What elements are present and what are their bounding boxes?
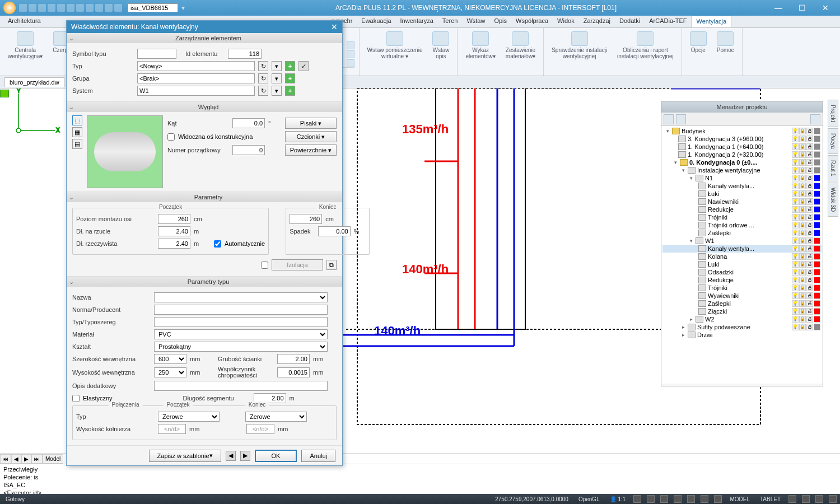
tab-inwentaryza[interactable]: Inwentaryza bbox=[396, 16, 438, 27]
izolacja-button[interactable]: Izolacja bbox=[272, 259, 323, 270]
zestawienie-button[interactable]: Zestawienie materiałów▾ bbox=[502, 30, 539, 60]
dropdown-icon[interactable]: ▾ bbox=[272, 61, 282, 71]
material-select[interactable]: PVC bbox=[154, 329, 328, 339]
typ-input[interactable] bbox=[137, 61, 255, 71]
collapse-icon[interactable]: ⌄ bbox=[69, 35, 77, 42]
tab-teren[interactable]: Teren bbox=[438, 16, 463, 27]
pm-tool-icon[interactable] bbox=[664, 114, 674, 124]
status-icon[interactable] bbox=[633, 495, 641, 503]
tree-item[interactable]: Zaślepki💡🔒🖨 bbox=[662, 229, 822, 237]
opis-input[interactable] bbox=[154, 381, 328, 391]
tab-ewakuacja[interactable]: Ewakuacja bbox=[357, 16, 395, 27]
add-button[interactable]: + bbox=[285, 73, 295, 83]
panel-title[interactable]: Menadżer projektu bbox=[661, 101, 823, 113]
status-tablet[interactable]: TABLET bbox=[758, 496, 783, 502]
tree-item[interactable]: Odsadzki💡🔒🖨 bbox=[662, 268, 822, 276]
nav-next-icon[interactable]: ▶ bbox=[21, 454, 31, 464]
pisaki-button[interactable]: Pisaki ▾ bbox=[285, 118, 337, 129]
nav-icon[interactable]: ▶ bbox=[240, 451, 250, 461]
szer-select[interactable]: 600 bbox=[154, 354, 186, 364]
view-icon[interactable]: ▤ bbox=[72, 139, 82, 149]
dropdown-icon[interactable]: ▾ bbox=[272, 73, 282, 83]
sidetab-projekt[interactable]: Projekt bbox=[828, 100, 838, 127]
wsp-input[interactable] bbox=[277, 367, 310, 377]
qat-icon[interactable] bbox=[19, 4, 27, 12]
tree-item[interactable]: Łuki💡🔒🖨 bbox=[662, 260, 822, 268]
tree-item[interactable]: Trójniki💡🔒🖨 bbox=[662, 284, 822, 292]
qat-icon[interactable] bbox=[48, 4, 55, 12]
symbol-typu-input[interactable] bbox=[137, 49, 176, 59]
conn-typ-p-select[interactable]: Zerowe bbox=[158, 412, 220, 422]
expand-icon[interactable]: ⧉ bbox=[326, 260, 337, 270]
tree-item[interactable]: Łuki💡🔒🖨 bbox=[662, 190, 822, 198]
ribbon-icon-button[interactable] bbox=[347, 50, 354, 58]
dropdown-icon[interactable]: ▾ bbox=[272, 86, 282, 96]
tab-wstaw[interactable]: Wstaw bbox=[462, 16, 489, 27]
tree-item[interactable]: Złączki💡🔒🖨 bbox=[662, 307, 822, 315]
document-combo[interactable] bbox=[128, 3, 178, 12]
ok-button[interactable]: OK bbox=[255, 450, 297, 462]
norma-input[interactable] bbox=[154, 305, 328, 315]
refresh-icon[interactable]: ↻ bbox=[258, 86, 268, 96]
tree-item[interactable]: Trójniki orłowe ...💡🔒🖨 bbox=[662, 221, 822, 229]
grupa-input[interactable] bbox=[137, 73, 255, 83]
tab-wspolpraca[interactable]: Współpraca bbox=[511, 16, 553, 27]
tab-arcadia-tef[interactable]: ArCADia-TEF bbox=[645, 16, 691, 27]
dl-rzut-input[interactable] bbox=[158, 226, 190, 236]
nav-first-icon[interactable]: ⏮ bbox=[0, 454, 11, 464]
pm-tool-icon[interactable] bbox=[676, 114, 686, 124]
sidetab-widok3d[interactable]: Widok 3D bbox=[828, 183, 838, 217]
status-icon[interactable] bbox=[647, 495, 655, 503]
collapse-icon[interactable]: ⌄ bbox=[69, 194, 77, 201]
czcionki-button[interactable]: Czcionki ▾ bbox=[285, 131, 337, 142]
izolacja-checkbox[interactable] bbox=[261, 262, 268, 269]
dialog-close-button[interactable]: ✕ bbox=[331, 22, 338, 31]
qat-icon[interactable] bbox=[95, 4, 103, 12]
tree-item[interactable]: Redukcje💡🔒🖨 bbox=[662, 206, 822, 213]
os-checkbox[interactable] bbox=[167, 133, 175, 141]
qat-icon[interactable] bbox=[57, 4, 65, 12]
tree-item[interactable]: Redukcje💡🔒🖨 bbox=[662, 276, 822, 284]
qat-icon[interactable] bbox=[86, 4, 94, 12]
status-model[interactable]: MODEL bbox=[727, 496, 752, 502]
elastyczny-checkbox[interactable] bbox=[72, 395, 80, 402]
refresh-icon[interactable]: ↻ bbox=[258, 73, 268, 83]
qat-icon[interactable] bbox=[67, 4, 74, 12]
tab-zarzadzaj[interactable]: Zarządzaj bbox=[579, 16, 615, 27]
tree-item[interactable]: Kanały wentyla...💡🔒🖨 bbox=[662, 245, 822, 253]
status-icon[interactable] bbox=[802, 495, 810, 503]
dl-rzecz-input[interactable] bbox=[158, 239, 190, 249]
view-icon[interactable]: ▦ bbox=[72, 127, 82, 137]
ksztalt-select[interactable]: Prostokątny bbox=[154, 342, 328, 352]
anuluj-button[interactable]: Anuluj bbox=[301, 450, 335, 462]
conn-typ-k-select[interactable]: Zerowe bbox=[245, 412, 307, 422]
tree-item[interactable]: Trójniki💡🔒🖨 bbox=[662, 213, 822, 221]
status-icon[interactable] bbox=[815, 495, 823, 503]
qat-icon[interactable] bbox=[114, 4, 122, 12]
pomoc-button[interactable]: Pomoc bbox=[713, 30, 738, 54]
numer-input[interactable] bbox=[232, 145, 265, 155]
tab-architektura[interactable]: Architektura bbox=[3, 16, 45, 27]
sidetab-pocya[interactable]: Pocya bbox=[828, 128, 838, 154]
qat-icon[interactable] bbox=[38, 4, 46, 12]
poziom-p-input[interactable] bbox=[158, 214, 190, 224]
poziom-k-input[interactable] bbox=[290, 214, 322, 224]
tree-item[interactable]: Kanały wentyla...💡🔒🖨 bbox=[662, 182, 822, 190]
minimize-button[interactable]: — bbox=[767, 2, 790, 14]
status-icon[interactable] bbox=[687, 495, 695, 503]
collapse-icon[interactable]: ⌄ bbox=[69, 104, 77, 111]
status-opengl[interactable]: OpenGL bbox=[576, 496, 602, 502]
wykaz-button[interactable]: Wykaz elementów▾ bbox=[462, 30, 498, 60]
tab-dodatki[interactable]: Dodatki bbox=[615, 16, 645, 27]
nav-last-icon[interactable]: ⏭ bbox=[31, 454, 43, 464]
dialog-titlebar[interactable]: Właściwości elementu: Kanał wentylacyjny… bbox=[67, 21, 342, 33]
centrala-button[interactable]: Centrala wentylacyjna▾ bbox=[4, 30, 46, 60]
wstaw-pomieszczenie-button[interactable]: Wstaw pomieszczenie wirtualne ▾ bbox=[364, 30, 426, 60]
pm-tool-icon[interactable] bbox=[810, 114, 820, 124]
layout-tab-model[interactable]: Model bbox=[43, 454, 63, 464]
status-icon[interactable] bbox=[701, 495, 708, 503]
status-icon[interactable] bbox=[674, 495, 682, 503]
tab-wentylacja[interactable]: Wentylacja bbox=[691, 16, 731, 27]
kolnierz-p-input[interactable] bbox=[158, 424, 186, 434]
collapse-icon[interactable]: ⌄ bbox=[69, 278, 77, 286]
